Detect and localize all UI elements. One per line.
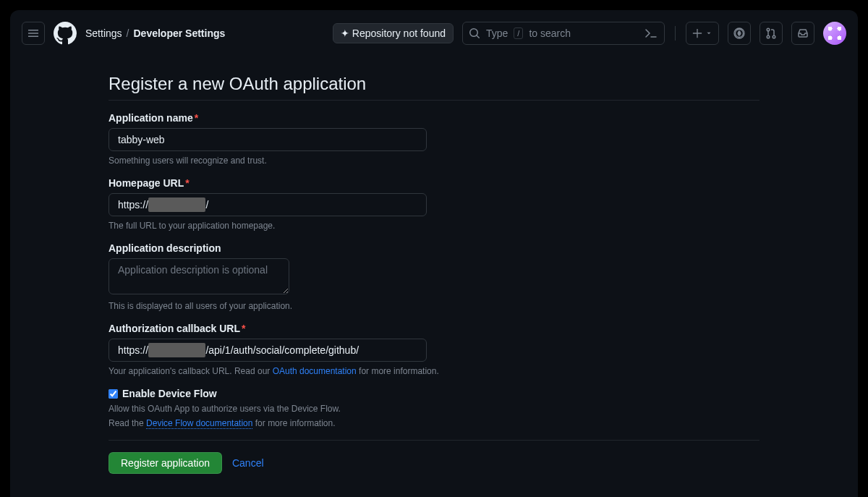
homepage-url-suffix: / (205, 197, 208, 212)
avatar[interactable] (823, 22, 846, 45)
search-kbd: / (514, 27, 523, 39)
breadcrumb: Settings / Developer Settings (85, 27, 225, 39)
callback-url-label: Authorization callback URL* (109, 323, 760, 334)
homepage-url-redacted: ████████ (148, 197, 205, 212)
pull-requests-button[interactable] (760, 22, 783, 45)
callback-url-suffix: /api/1/auth/social/complete/github/ (205, 343, 359, 357)
repo-not-found-label: Repository not found (352, 27, 446, 39)
description-textarea[interactable] (109, 258, 289, 294)
search-placeholder-suffix: to search (529, 27, 571, 39)
register-application-button[interactable]: Register application (109, 452, 222, 474)
device-flow-hint2: Read the Device Flow documentation for m… (109, 418, 760, 428)
issues-button[interactable] (728, 22, 751, 45)
callback-url-hint: Your application's callback URL. Read ou… (109, 366, 760, 376)
svg-point-2 (767, 35, 770, 38)
device-flow-hint1: Allow this OAuth App to authorize users … (109, 404, 760, 414)
issue-icon (733, 27, 745, 39)
search-input[interactable]: Type / to search (462, 22, 665, 45)
breadcrumb-separator: / (127, 27, 129, 39)
homepage-url-input[interactable]: https://████████/ (109, 193, 427, 216)
svg-point-1 (767, 28, 770, 31)
device-flow-checkbox[interactable] (109, 389, 118, 399)
divider (109, 440, 760, 441)
callback-url-prefix: https:// (118, 343, 148, 357)
search-placeholder-prefix: Type (486, 27, 508, 39)
github-logo[interactable] (54, 22, 77, 45)
plus-icon (692, 28, 702, 38)
homepage-url-label: Homepage URL* (109, 177, 760, 189)
search-icon (469, 27, 480, 39)
app-name-input[interactable] (109, 128, 427, 151)
callback-url-redacted: ████████ (148, 343, 205, 357)
create-new-button[interactable] (686, 22, 719, 45)
command-palette-icon (644, 27, 658, 39)
breadcrumb-developer-settings[interactable]: Developer Settings (133, 27, 225, 39)
svg-point-3 (773, 35, 775, 38)
app-name-hint: Something users will recognize and trust… (109, 156, 760, 166)
device-flow-docs-link[interactable]: Device Flow documentation (146, 418, 252, 429)
github-mark-icon (54, 22, 77, 45)
oauth-docs-link[interactable]: OAuth documentation (273, 366, 357, 376)
repo-not-found-badge[interactable]: ✦ Repository not found (333, 23, 454, 43)
hamburger-icon (27, 27, 39, 39)
sparkle-icon: ✦ (341, 27, 349, 39)
page-title: Register a new OAuth application (109, 74, 760, 101)
pull-request-icon (765, 27, 777, 39)
callback-url-input[interactable]: https://████████/api/1/auth/social/compl… (109, 339, 427, 362)
cancel-link[interactable]: Cancel (232, 457, 264, 469)
app-name-label: Application name* (109, 112, 760, 124)
homepage-url-hint: The full URL to your application homepag… (109, 221, 760, 231)
inbox-icon (797, 27, 809, 39)
notifications-button[interactable] (791, 22, 814, 45)
device-flow-label: Enable Device Flow (122, 388, 217, 399)
breadcrumb-settings[interactable]: Settings (85, 27, 122, 39)
menu-button[interactable] (22, 22, 45, 45)
caret-down-icon (705, 30, 712, 37)
svg-point-0 (738, 32, 741, 35)
homepage-url-prefix: https:// (118, 197, 148, 212)
description-label: Application description (109, 242, 760, 254)
description-hint: This is displayed to all users of your a… (109, 301, 760, 311)
divider (675, 26, 676, 41)
